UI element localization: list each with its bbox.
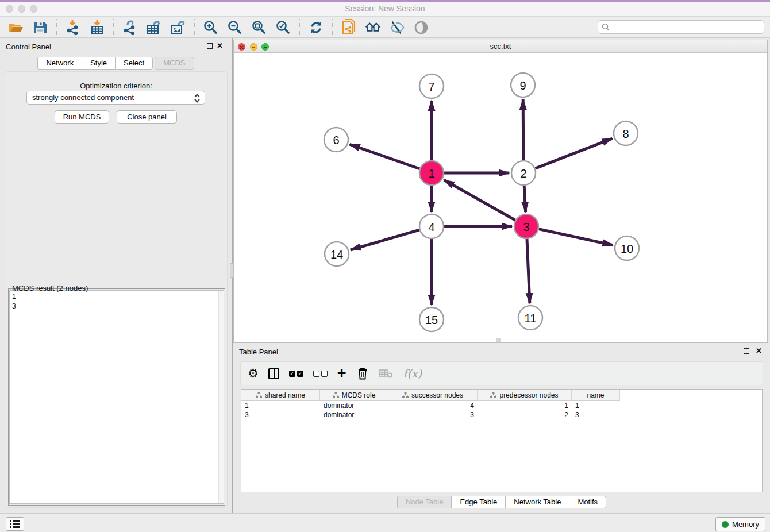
apply-layout-icon[interactable] <box>308 20 324 36</box>
tab-network[interactable]: Network <box>37 57 82 70</box>
memory-label: Memory <box>732 520 759 529</box>
table-cell[interactable]: 3 <box>241 410 320 419</box>
table-cell[interactable]: 4 <box>388 401 478 410</box>
zoom-fit-icon[interactable] <box>251 20 267 36</box>
edge-2-9[interactable] <box>523 99 523 160</box>
task-history-button[interactable] <box>6 517 24 531</box>
edge-1-6[interactable] <box>350 144 420 168</box>
table-settings-icon[interactable]: ⚙ <box>248 365 259 381</box>
window-titlebar: Session: New Session <box>0 2 770 17</box>
import-table-icon[interactable] <box>89 20 105 36</box>
tab-motifs[interactable]: Motifs <box>569 496 606 508</box>
graph-node-2[interactable]: 2 <box>511 161 536 185</box>
table-cell[interactable]: 3 <box>388 410 478 419</box>
tab-style[interactable]: Style <box>82 57 115 70</box>
float-panel-icon[interactable] <box>207 43 213 49</box>
export-table-icon[interactable] <box>146 20 162 36</box>
zoom-out-icon[interactable] <box>227 20 243 36</box>
column-layout-icon[interactable] <box>268 365 279 381</box>
network-resize-grip[interactable] <box>496 338 501 342</box>
status-bar: Memory <box>0 513 770 532</box>
network-canvas-svg: 1234678910111415 <box>234 53 767 342</box>
network-file-icon[interactable] <box>341 20 357 36</box>
open-session-icon[interactable] <box>8 20 24 36</box>
graph-node-3[interactable]: 3 <box>514 214 538 238</box>
table-cell[interactable]: 1 <box>478 401 572 410</box>
edge-3-11[interactable] <box>527 239 530 303</box>
result-scrollbar[interactable] <box>218 291 224 503</box>
search-input[interactable] <box>612 23 764 31</box>
table-row[interactable]: 1dominator411 <box>241 401 620 410</box>
memory-button[interactable]: Memory <box>715 517 765 531</box>
graph-node-14[interactable]: 14 <box>325 242 349 266</box>
graph-node-6[interactable]: 6 <box>324 128 348 152</box>
graph-node-7[interactable]: 7 <box>419 74 444 98</box>
table-cell[interactable]: 3 <box>572 410 620 419</box>
save-session-icon[interactable] <box>32 20 48 36</box>
run-mcds-button[interactable]: Run MCDS <box>55 110 109 124</box>
table-cell[interactable]: 1 <box>572 401 620 410</box>
app-window: Session: New Session <box>0 0 770 532</box>
edge-2-3[interactable] <box>524 186 525 212</box>
add-column-icon[interactable]: + <box>337 365 346 381</box>
graph-node-8[interactable]: 8 <box>614 121 638 145</box>
edge-4-14[interactable] <box>351 230 419 250</box>
delete-column-icon[interactable] <box>356 365 369 381</box>
network-canvas[interactable]: 1234678910111415 <box>234 53 767 342</box>
close-panel-button[interactable]: Close panel <box>117 110 177 124</box>
graph-node-1[interactable]: 1 <box>419 161 444 185</box>
float-table-panel-icon[interactable] <box>744 348 749 354</box>
graph-node-10[interactable]: 10 <box>615 236 639 260</box>
table-cell[interactable]: dominator <box>320 401 388 410</box>
mcds-result-legend: MCDS result (2 nodes) <box>12 284 88 292</box>
graph-node-11[interactable]: 11 <box>518 306 542 330</box>
export-network-icon[interactable] <box>122 20 138 36</box>
zoom-in-icon[interactable] <box>203 20 219 36</box>
network-window-title: scc.txt <box>234 42 767 51</box>
edge-3-1[interactable] <box>444 180 515 220</box>
table-cell[interactable]: 1 <box>241 401 320 410</box>
memory-status-icon <box>722 521 729 528</box>
table-row[interactable]: 3dominator323 <box>241 410 620 419</box>
column-header-MCDS-role[interactable]: MCDS role <box>320 390 388 401</box>
show-graphics-icon[interactable] <box>413 20 429 36</box>
tab-mcds[interactable]: MCDS <box>155 57 194 70</box>
column-header-shared-name[interactable]: shared name <box>241 390 320 401</box>
graph-node-15[interactable]: 15 <box>419 307 444 331</box>
table-cell[interactable]: dominator <box>320 410 388 419</box>
edge-2-8[interactable] <box>536 138 613 168</box>
table-cell[interactable]: 2 <box>478 410 572 419</box>
deselect-all-icon[interactable] <box>313 365 328 381</box>
optimization-criterion-label: Optimization criterion: <box>5 82 227 90</box>
delete-table-icon[interactable] <box>379 365 394 381</box>
tab-network-table[interactable]: Network Table <box>505 496 569 508</box>
tab-edge-table[interactable]: Edge Table <box>451 496 505 508</box>
graph-node-4[interactable]: 4 <box>419 214 444 238</box>
column-type-icon <box>333 392 339 398</box>
tab-node-table[interactable]: Node Table <box>397 496 452 508</box>
search-icon <box>602 23 610 31</box>
import-network-icon[interactable] <box>65 20 81 36</box>
mcds-result-textarea[interactable]: 1 3 <box>9 290 224 504</box>
node-label: 15 <box>425 314 438 326</box>
zoom-selected-icon[interactable] <box>275 20 291 36</box>
home-icon[interactable] <box>365 20 381 36</box>
function-builder-icon[interactable]: f(x) <box>403 365 422 381</box>
edge-3-10[interactable] <box>538 229 613 245</box>
node-table[interactable]: shared nameMCDS rolesuccessor nodesprede… <box>241 389 763 492</box>
column-header-name[interactable]: name <box>572 390 620 401</box>
table-header-row: shared nameMCDS rolesuccessor nodesprede… <box>241 390 620 401</box>
criterion-select[interactable]: strongly connected component <box>26 91 205 105</box>
mcds-result-text: 1 3 <box>12 292 16 311</box>
tab-select[interactable]: Select <box>115 57 153 70</box>
search-field[interactable] <box>598 20 764 34</box>
column-header-successor-nodes[interactable]: successor nodes <box>388 390 478 401</box>
close-panel-icon[interactable]: ✕ <box>217 41 223 50</box>
column-header-predecessor-nodes[interactable]: predecessor nodes <box>478 390 572 401</box>
close-table-panel-icon[interactable]: ✕ <box>756 346 762 355</box>
graph-node-9[interactable]: 9 <box>511 73 535 97</box>
export-image-icon[interactable] <box>170 20 186 36</box>
select-all-icon[interactable]: ✓✓ <box>289 365 303 381</box>
table-panel-title: Table Panel <box>233 348 278 356</box>
hide-graphics-icon[interactable] <box>389 20 405 36</box>
